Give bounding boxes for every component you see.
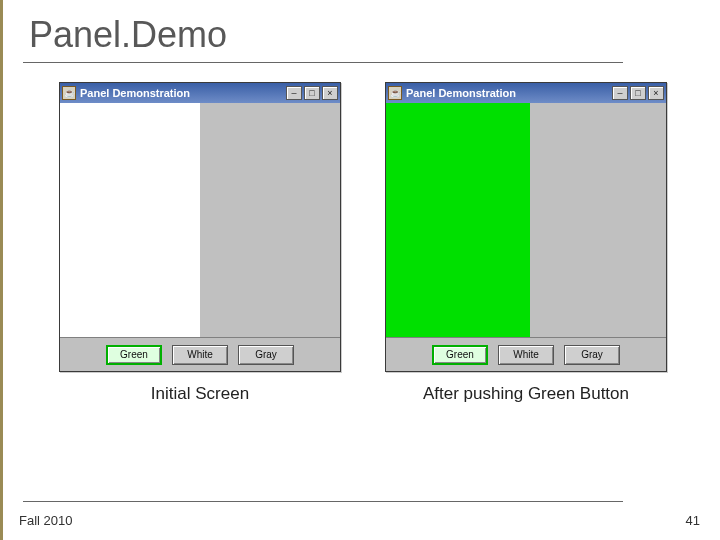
close-button[interactable]: × (322, 86, 338, 100)
left-divider-stripe (386, 103, 394, 337)
titlebar: ☕ Panel Demonstration – □ × (60, 83, 340, 103)
green-button[interactable]: Green (106, 345, 162, 365)
client-area (386, 103, 666, 337)
footer-divider (23, 501, 623, 502)
window-controls: – □ × (612, 86, 664, 100)
slide-title: Panel.Demo (3, 0, 720, 62)
color-panel-gray (530, 103, 666, 337)
window-title: Panel Demonstration (406, 87, 608, 99)
java-app-icon: ☕ (62, 86, 76, 100)
client-area (60, 103, 340, 337)
close-button[interactable]: × (648, 86, 664, 100)
maximize-button[interactable]: □ (304, 86, 320, 100)
gray-button[interactable]: Gray (238, 345, 294, 365)
caption-left: Initial Screen (59, 384, 341, 404)
titlebar: ☕ Panel Demonstration – □ × (386, 83, 666, 103)
title-divider (23, 62, 623, 63)
caption-right: After pushing Green Button (385, 384, 667, 404)
button-row: Green White Gray (60, 337, 340, 371)
button-row: Green White Gray (386, 337, 666, 371)
window-title: Panel Demonstration (80, 87, 282, 99)
demo-row: ☕ Panel Demonstration – □ × Green White … (59, 82, 664, 404)
app-window-after-green: ☕ Panel Demonstration – □ × Green White (385, 82, 667, 372)
java-app-icon: ☕ (388, 86, 402, 100)
footer-date: Fall 2010 (19, 513, 72, 528)
demo-left: ☕ Panel Demonstration – □ × Green White … (59, 82, 341, 404)
color-panel-gray (200, 103, 340, 337)
demo-right: ☕ Panel Demonstration – □ × Green White (385, 82, 667, 404)
color-panel-green (394, 103, 530, 337)
minimize-button[interactable]: – (286, 86, 302, 100)
app-window-initial: ☕ Panel Demonstration – □ × Green White … (59, 82, 341, 372)
gray-button[interactable]: Gray (564, 345, 620, 365)
white-button[interactable]: White (172, 345, 228, 365)
maximize-button[interactable]: □ (630, 86, 646, 100)
minimize-button[interactable]: – (612, 86, 628, 100)
green-button[interactable]: Green (432, 345, 488, 365)
window-controls: – □ × (286, 86, 338, 100)
white-button[interactable]: White (498, 345, 554, 365)
footer-page-number: 41 (686, 513, 700, 528)
color-panel-white (60, 103, 200, 337)
